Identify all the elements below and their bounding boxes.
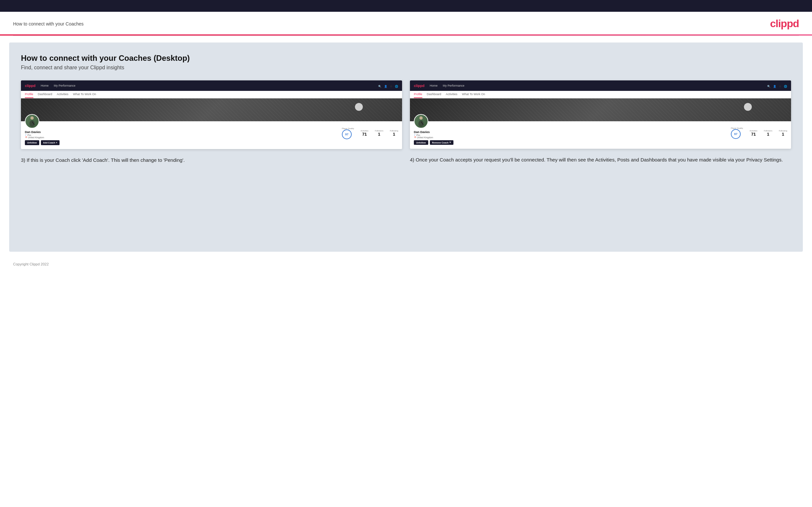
right-quality-circle: 97 xyxy=(731,129,741,139)
left-nav-logo: clippd xyxy=(25,84,35,88)
verified-icon xyxy=(25,134,27,136)
left-followers-stat: Followers 1 xyxy=(375,130,384,136)
right-activities-stat: Activities 71 xyxy=(750,130,757,136)
divider-line xyxy=(13,36,799,36)
logo: clippd xyxy=(770,18,799,30)
right-player-location: United Kingdom xyxy=(414,136,453,138)
columns: clippd Home My Performance Profile Dashb… xyxy=(21,80,791,164)
left-avatar xyxy=(25,114,39,128)
left-mockup-stats: Player Quality 97 Activities 71 Follower… xyxy=(342,127,398,139)
left-quality-label: Player Quality xyxy=(342,127,354,129)
left-avatar-figure-svg xyxy=(27,116,37,127)
right-remove-coach-button[interactable]: Remove Coach xyxy=(430,140,454,145)
right-avatar-wrapper xyxy=(414,114,428,128)
right-globe-icon xyxy=(784,83,787,89)
right-player-badge: Pro xyxy=(414,134,453,136)
search-icon xyxy=(378,83,382,89)
left-activities-stat: Activities 71 xyxy=(360,130,368,136)
left-player-location: United Kingdom xyxy=(25,136,59,138)
svg-point-1 xyxy=(30,120,35,127)
right-player-name: Dan Davies xyxy=(414,130,453,134)
left-mockup-nav: clippd Home My Performance xyxy=(21,80,402,91)
header: How to connect with your Coaches clippd xyxy=(0,12,812,34)
left-profile-area: Dan Davies Pro United Kingdom Unfollow xyxy=(21,121,402,149)
left-add-coach-button[interactable]: Add Coach xyxy=(41,140,60,145)
right-mockup-buttons: Unfollow Remove Coach xyxy=(414,140,453,145)
right-profile-row: Dan Davies Pro United Kingdom Unfollow xyxy=(414,121,787,145)
right-unfollow-button[interactable]: Unfollow xyxy=(414,140,428,145)
right-banner-moon xyxy=(744,103,752,111)
right-nav-performance: My Performance xyxy=(443,84,464,87)
settings-icon xyxy=(390,83,392,89)
left-nav-home: Home xyxy=(41,84,48,87)
right-quality-label: Player Quality xyxy=(731,127,743,129)
left-mockup: clippd Home My Performance Profile Dashb… xyxy=(21,80,402,149)
right-column: clippd Home My Performance Profile Dashb… xyxy=(410,80,791,163)
main-content: How to connect with your Coaches (Deskto… xyxy=(9,43,803,252)
right-settings-icon xyxy=(779,83,781,89)
copyright-text: Copyright Clippd 2022 xyxy=(13,262,49,266)
left-mockup-tabs: Profile Dashboard Activities What To Wor… xyxy=(21,91,402,98)
right-mockup-nav: clippd Home My Performance xyxy=(410,80,791,91)
right-followers-stat: Followers 1 xyxy=(764,130,772,136)
right-mockup-tabs: Profile Dashboard Activities What To Wor… xyxy=(410,91,791,98)
main-subheading: Find, connect and share your Clippd insi… xyxy=(21,65,791,71)
right-description: 4) Once your Coach accepts your request … xyxy=(410,156,791,163)
right-tab-what-to-work-on[interactable]: What To Work On xyxy=(462,93,485,98)
right-profile-area: Dan Davies Pro United Kingdom Unfollow xyxy=(410,121,791,149)
pin-icon xyxy=(25,136,27,138)
left-quality: Player Quality 97 xyxy=(342,127,354,139)
globe-icon xyxy=(395,83,398,89)
left-mockup-buttons: Unfollow Add Coach xyxy=(25,140,59,145)
footer: Copyright Clippd 2022 xyxy=(0,258,812,270)
left-quality-circle: 97 xyxy=(342,129,352,139)
right-tab-profile[interactable]: Profile xyxy=(414,93,422,98)
top-bar xyxy=(0,0,812,12)
svg-point-3 xyxy=(419,116,423,120)
left-nav-performance: My Performance xyxy=(54,84,75,87)
right-nav-home: Home xyxy=(429,84,438,87)
left-banner-moon xyxy=(355,103,363,111)
left-following-stat: Following 1 xyxy=(390,130,398,136)
main-heading: How to connect with your Coaches (Deskto… xyxy=(21,54,791,63)
svg-point-4 xyxy=(418,120,424,127)
right-search-icon xyxy=(767,83,770,89)
right-avatar-figure-svg xyxy=(416,116,426,127)
left-tab-profile[interactable]: Profile xyxy=(25,93,33,98)
right-following-stat: Following 1 xyxy=(779,130,787,136)
left-profile-row: Dan Davies Pro United Kingdom Unfollow xyxy=(25,121,398,145)
left-player-badge: Pro xyxy=(25,134,59,136)
left-tab-activities[interactable]: Activities xyxy=(57,93,69,98)
right-verified-icon xyxy=(414,134,416,136)
right-tab-dashboard[interactable]: Dashboard xyxy=(427,93,441,98)
plus-icon xyxy=(56,141,58,144)
left-column: clippd Home My Performance Profile Dashb… xyxy=(21,80,402,164)
x-icon xyxy=(449,141,451,144)
right-quality: Player Quality 97 xyxy=(731,127,743,139)
header-title: How to connect with your Coaches xyxy=(13,21,84,26)
left-mockup-banner xyxy=(21,98,402,121)
left-avatar-wrapper xyxy=(25,114,39,128)
right-nav-icons xyxy=(767,83,787,89)
right-mockup-stats: Player Quality 97 Activities 71 Follower… xyxy=(731,127,787,139)
left-nav-icons xyxy=(378,83,398,89)
right-tab-activities[interactable]: Activities xyxy=(446,93,458,98)
right-pin-icon xyxy=(414,136,416,138)
right-user-icon xyxy=(773,83,776,89)
left-unfollow-button[interactable]: Unfollow xyxy=(25,140,39,145)
left-player-name: Dan Davies xyxy=(25,130,59,134)
left-profile-left: Dan Davies Pro United Kingdom Unfollow xyxy=(25,121,59,145)
user-icon xyxy=(384,83,387,89)
right-mockup: clippd Home My Performance Profile Dashb… xyxy=(410,80,791,149)
left-description: 3) If this is your Coach click 'Add Coac… xyxy=(21,156,402,164)
right-avatar xyxy=(414,114,428,128)
right-mockup-banner xyxy=(410,98,791,121)
right-nav-logo: clippd xyxy=(414,84,424,88)
right-profile-left: Dan Davies Pro United Kingdom Unfollow xyxy=(414,121,453,145)
left-tab-what-to-work-on[interactable]: What To Work On xyxy=(73,93,96,98)
svg-point-0 xyxy=(31,116,34,120)
left-tab-dashboard[interactable]: Dashboard xyxy=(38,93,52,98)
